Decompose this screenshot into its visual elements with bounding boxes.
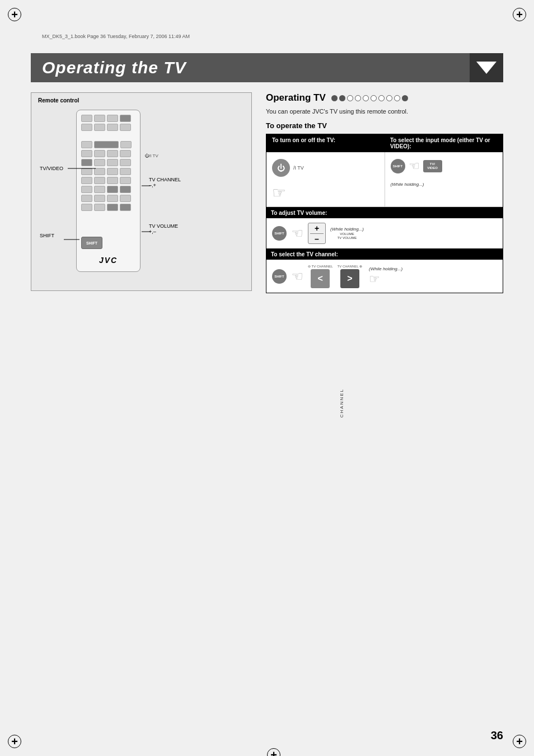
remote-row — [81, 195, 137, 202]
operating-tv-heading: Operating TV — [266, 92, 503, 104]
remote-btn — [81, 195, 92, 202]
remote-btn — [107, 115, 118, 122]
hand-arrow-icon: ☞ — [409, 159, 420, 173]
triangle-icon — [470, 53, 503, 82]
remote-btn — [81, 150, 92, 157]
page-meta: MX_DK5_3_1.book Page 36 Tuesday, Februar… — [42, 34, 190, 39]
channel-plus-button-icon: > — [340, 269, 359, 288]
turn-on-off-col: ⏻ /I TV ☞ — [266, 152, 385, 206]
section-3-block: To select the TV channel: SHIFT ☞ ⊖ TV C… — [266, 248, 503, 293]
power-button-icon: ⏻ — [272, 159, 290, 177]
remote-top-buttons — [81, 115, 137, 131]
dot-10 — [402, 95, 408, 101]
vol-labels: (While holding...) VOLUMETV VOLUME — [330, 227, 364, 240]
section-2-header: To adjust TV volume: — [266, 208, 503, 218]
remote-btn — [94, 186, 105, 193]
remote-body: SHIFT JVC — [76, 110, 140, 272]
channel-buttons-area: ⊖ TV CHANNEL < TV CHANNEL ⊕ > — [308, 264, 362, 288]
finger-press-icon: ☞ — [272, 184, 286, 202]
registration-mark-tl — [8, 8, 21, 21]
tv-channel-label: TV CHANNEL –,+ — [149, 177, 181, 188]
remote-shift-label: SHIFT — [86, 241, 97, 245]
section-1-header: To turn on or off the TV: To select the … — [266, 134, 503, 152]
remote-control-label: Remote control — [38, 97, 79, 104]
while-holding-ch-label: (While holding...) — [369, 266, 402, 271]
dot-4 — [355, 95, 361, 101]
page-title: Operating the TV — [31, 58, 186, 77]
tv-video-btn-icon: TV/VIDEO — [423, 160, 442, 172]
remote-btn-dark — [107, 186, 118, 193]
registration-mark-bl — [8, 735, 21, 748]
shift-btn-icon: SHIFT — [391, 159, 405, 173]
remote-btn-dark — [107, 204, 118, 211]
section-3-header: To select the TV channel: — [266, 249, 503, 260]
channel-minus-button-icon: < — [311, 269, 330, 288]
col1-header: To turn on or off the TV: — [272, 137, 379, 149]
input-mode-area: SHIFT ☞ TV/VIDEO — [391, 157, 442, 176]
shift-btn-vol-icon: SHIFT — [272, 226, 287, 241]
dot-3 — [347, 95, 353, 101]
while-holding-vol-label: (While holding...) — [330, 227, 364, 232]
registration-mark-bottom — [267, 748, 280, 756]
power-symbol-label: ⏻/I TV — [144, 153, 158, 158]
page-number: 36 — [491, 729, 503, 742]
power-hand-area: ☞ — [272, 184, 286, 202]
remote-btn — [120, 141, 132, 148]
remote-btn — [107, 168, 118, 175]
remote-btn — [94, 177, 105, 184]
channel-rotated-label: CHANNEL — [338, 372, 346, 434]
registration-mark-br — [513, 735, 526, 748]
ch-plus-group: TV CHANNEL ⊕ > — [338, 264, 362, 288]
remote-btn — [94, 124, 105, 131]
remote-shift-button: SHIFT — [81, 237, 102, 249]
remote-btn — [81, 141, 92, 148]
hand-arrow-ch-icon: ☞ — [291, 269, 303, 284]
remote-btn — [120, 159, 131, 166]
registration-mark-tr — [513, 8, 526, 21]
chevron-down-icon — [476, 62, 496, 74]
remote-btn-wide — [94, 141, 119, 148]
shift-label: SHIFT — [40, 233, 54, 238]
remote-btn — [81, 177, 92, 184]
dot-6 — [371, 95, 377, 101]
volume-button-icon: + – — [308, 223, 326, 244]
remote-btn-dark — [120, 186, 131, 193]
remote-btn — [81, 124, 92, 131]
remote-middle-buttons — [81, 141, 137, 213]
remote-row — [81, 141, 137, 148]
remote-btn — [107, 195, 118, 202]
remote-btn — [120, 150, 131, 157]
remote-btn — [94, 150, 105, 157]
remote-btn — [120, 177, 131, 184]
remote-btn — [120, 168, 131, 175]
col2-header: To select the input mode (either TV or V… — [390, 137, 497, 149]
dot-5 — [363, 95, 369, 101]
tv-channel-arrow — [140, 181, 152, 190]
remote-control-panel: Remote control — [31, 92, 252, 291]
remote-btn — [81, 204, 92, 211]
tv-volume-label: VOLUMETV VOLUME — [330, 232, 364, 240]
dot-2 — [339, 95, 345, 101]
remote-btn — [120, 124, 131, 131]
ch-plus-top-label: TV CHANNEL ⊕ — [338, 264, 362, 268]
section-2-block: To adjust TV volume: SHIFT ☞ + – (While … — [266, 207, 503, 249]
shift-btn-ch-icon: SHIFT — [272, 269, 287, 284]
ch-labels: (While holding...) ☞ — [369, 266, 402, 287]
dot-row — [331, 95, 408, 101]
section-1-block: To turn on or off the TV: To select the … — [266, 134, 503, 208]
remote-btn-dark — [120, 204, 131, 211]
remote-btn — [107, 150, 118, 157]
remote-btn — [94, 204, 105, 211]
dot-9 — [394, 95, 400, 101]
power-btn-area: ⏻ /I TV — [272, 157, 304, 179]
tv-volume-label: TV VOLUME +,– — [149, 223, 178, 234]
remote-btn — [81, 115, 92, 122]
dot-7 — [378, 95, 385, 101]
vol-divider — [310, 233, 324, 234]
remote-btn — [107, 124, 118, 131]
remote-row — [81, 204, 137, 211]
dot-1 — [331, 95, 338, 101]
section-3-body: SHIFT ☞ ⊖ TV CHANNEL < TV CHANNEL ⊕ > (W… — [266, 260, 503, 293]
section-1-body: ⏻ /I TV ☞ SHIFT ☞ TV/VIDEO (While holdin… — [266, 152, 503, 207]
remote-btn — [94, 115, 105, 122]
